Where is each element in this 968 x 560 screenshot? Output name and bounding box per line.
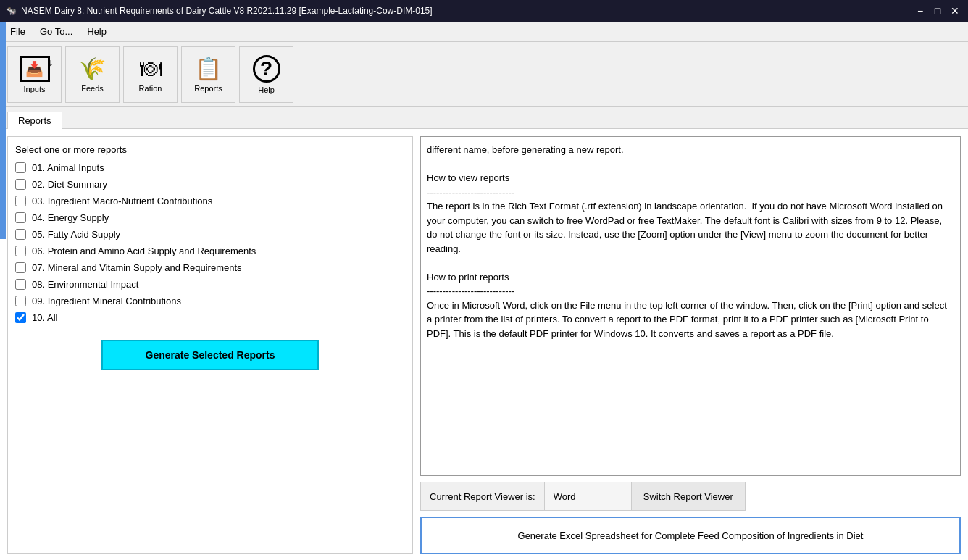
report-label-r02[interactable]: 02. Diet Summary: [32, 179, 107, 190]
titlebar-left: 🐄 NASEM Dairy 8: Nutrient Requirements o…: [6, 6, 433, 16]
report-item: 10. All: [15, 312, 405, 323]
menu-item-help[interactable]: Help: [80, 24, 114, 39]
toolbar-btn-ration[interactable]: 🍽Ration: [123, 46, 178, 103]
right-panel: different name, before generating a new …: [420, 136, 961, 554]
reports-icon: 📋: [195, 56, 222, 81]
toolbar-btn-help[interactable]: ?Help: [239, 46, 293, 103]
generate-reports-button[interactable]: Generate Selected Reports: [101, 340, 319, 370]
toolbar-label-reports: Reports: [194, 84, 222, 93]
report-item: 08. Environmental Impact: [15, 279, 405, 290]
report-item: 06. Protein and Amino Acid Supply and Re…: [15, 246, 405, 256]
report-checkbox-r08[interactable]: [15, 279, 26, 290]
report-item: 03. Ingredient Macro-Nutrient Contributi…: [15, 196, 405, 206]
report-item: 01. Animal Inputs: [15, 162, 405, 173]
titlebar: 🐄 NASEM Dairy 8: Nutrient Requirements o…: [0, 0, 968, 22]
report-label-r10[interactable]: 10. All: [32, 312, 57, 323]
toolbar-label-inputs: Inputs: [24, 85, 46, 93]
report-item: 05. Fatty Acid Supply: [15, 229, 405, 240]
reports-tab[interactable]: Reports: [7, 112, 62, 129]
viewer-value: Word: [545, 482, 632, 511]
maximize-button[interactable]: □: [930, 4, 945, 18]
viewer-label: Current Report Viewer is:: [420, 482, 545, 511]
toolbar-label-help: Help: [258, 85, 275, 94]
inputs-icon: ↓ 📥: [20, 56, 50, 82]
window-title: NASEM Dairy 8: Nutrient Requirements of …: [21, 6, 433, 16]
toolbar-label-feeds: Feeds: [81, 84, 104, 93]
menu-item-goto[interactable]: Go To...: [33, 24, 80, 39]
left-panel: Select one or more reports 01. Animal In…: [7, 136, 413, 554]
report-checkbox-r06[interactable]: [15, 246, 26, 256]
report-label-r04[interactable]: 04. Energy Supply: [32, 212, 109, 223]
instructions-text: different name, before generating a new …: [420, 136, 961, 476]
toolbar: ↓ 📥 Inputs🌾Feeds🍽Ration📋Reports?Help: [0, 42, 968, 107]
report-item: 04. Energy Supply: [15, 212, 405, 223]
report-label-r01[interactable]: 01. Animal Inputs: [32, 162, 104, 173]
toolbar-btn-inputs[interactable]: ↓ 📥 Inputs: [7, 46, 62, 103]
report-label-r07[interactable]: 07. Mineral and Vitamin Supply and Requi…: [32, 262, 242, 273]
report-checkbox-r05[interactable]: [15, 229, 26, 240]
toolbar-label-ration: Ration: [139, 84, 162, 93]
help-icon: ?: [253, 55, 280, 83]
menu-item-file[interactable]: File: [3, 24, 33, 39]
report-checkbox-r02[interactable]: [15, 179, 26, 190]
select-reports-label: Select one or more reports: [15, 144, 405, 155]
report-checkbox-r01[interactable]: [15, 162, 26, 173]
feeds-icon: 🌾: [79, 56, 106, 81]
switch-viewer-button[interactable]: Switch Report Viewer: [632, 482, 746, 511]
report-item: 02. Diet Summary: [15, 179, 405, 190]
main-content: Select one or more reports 01. Animal In…: [0, 129, 968, 560]
app-icon: 🐄: [6, 6, 17, 16]
report-label-r06[interactable]: 06. Protein and Amino Acid Supply and Re…: [32, 246, 256, 256]
report-label-r05[interactable]: 05. Fatty Acid Supply: [32, 229, 120, 240]
report-checkbox-r09[interactable]: [15, 296, 26, 306]
close-button[interactable]: ✕: [948, 4, 962, 18]
report-label-r03[interactable]: 03. Ingredient Macro-Nutrient Contributi…: [32, 196, 212, 206]
excel-spreadsheet-button[interactable]: Generate Excel Spreadsheet for Complete …: [420, 517, 961, 554]
titlebar-controls: − □ ✕: [913, 4, 962, 18]
instructions-content: different name, before generating a new …: [427, 143, 954, 340]
report-item: 07. Mineral and Vitamin Supply and Requi…: [15, 262, 405, 273]
report-checkbox-r10[interactable]: [15, 312, 26, 323]
toolbar-btn-feeds[interactable]: 🌾Feeds: [65, 46, 120, 103]
report-checkbox-r04[interactable]: [15, 212, 26, 223]
report-checkbox-r03[interactable]: [15, 196, 26, 206]
viewer-controls: Current Report Viewer is: Word Switch Re…: [420, 482, 961, 511]
report-item: 09. Ingredient Mineral Contributions: [15, 296, 405, 306]
menubar: FileGo To...Help: [0, 22, 968, 42]
toolbar-btn-reports[interactable]: 📋Reports: [181, 46, 235, 103]
left-flag: [0, 22, 6, 239]
tab-bar: Reports: [0, 107, 968, 129]
report-label-r08[interactable]: 08. Environmental Impact: [32, 279, 138, 290]
minimize-button[interactable]: −: [913, 4, 927, 18]
report-label-r09[interactable]: 09. Ingredient Mineral Contributions: [32, 296, 181, 306]
reports-list: 01. Animal Inputs02. Diet Summary03. Ing…: [15, 162, 405, 329]
report-checkbox-r07[interactable]: [15, 262, 26, 273]
ration-icon: 🍽: [140, 57, 162, 81]
